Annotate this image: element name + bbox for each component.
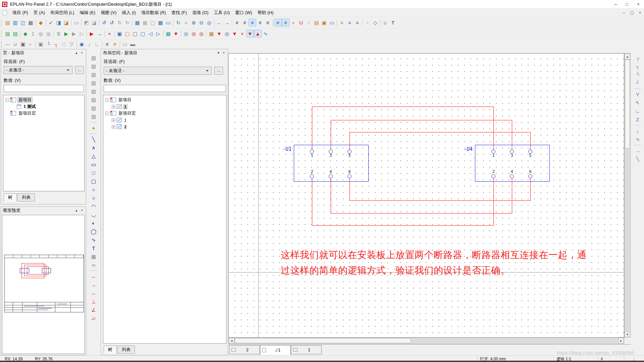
- vertical-scroll-thumb[interactable]: [625, 60, 630, 148]
- check-project-icon[interactable]: ▶: [62, 30, 70, 38]
- close-icon[interactable]: ×: [79, 50, 85, 56]
- layout-panel-header[interactable]: 布局空间 - 新项目 ▾ ×: [101, 49, 228, 57]
- expand-box-icon[interactable]: +: [112, 105, 115, 109]
- menu-item[interactable]: 工具 (U): [211, 9, 232, 16]
- tree-row[interactable]: −新项目: [103, 97, 226, 103]
- snap-points-icon[interactable]: ◇: [371, 19, 379, 26]
- horizontal-scrollbar[interactable]: ◄ ►: [228, 338, 624, 344]
- jump-up-10-icon[interactable]: ↑: [305, 19, 313, 26]
- insert-window-macro-icon[interactable]: ▦: [133, 19, 141, 26]
- terminal-filter-2-icon[interactable]: ▼: [231, 30, 238, 38]
- clipboard-grid-icon[interactable]: ▤: [313, 19, 320, 26]
- collapse-box-icon[interactable]: −: [105, 112, 109, 115]
- drawing-viewport[interactable]: 这样我们就可以在安装板上放置两个断路器，断路器相互连接在一起，通 过这样的简单的…: [228, 53, 624, 338]
- frame-y-icon[interactable]: ▽: [68, 40, 75, 48]
- layer-board-8-icon[interactable]: ▨: [90, 113, 98, 120]
- collapse-box-icon[interactable]: −: [5, 98, 9, 102]
- interruption-points-icon[interactable]: S: [55, 30, 62, 38]
- open-project-icon[interactable]: ▥: [11, 19, 19, 26]
- nav-back-icon[interactable]: ←: [215, 19, 223, 26]
- magnet-snap-icon[interactable]: U: [297, 19, 305, 26]
- point-marker-icon[interactable]: ▫: [364, 19, 371, 26]
- placement-pin-icon[interactable]: ◉: [78, 40, 86, 48]
- frame-tool-icon[interactable]: ▣: [320, 19, 328, 26]
- snap-to-grid-icon[interactable]: #: [282, 19, 289, 26]
- block-dark-icon[interactable]: ▣: [19, 40, 27, 48]
- tab-tree[interactable]: 树: [104, 346, 117, 354]
- print-icon[interactable]: ▦: [27, 19, 35, 26]
- tree-label[interactable]: 1: [123, 104, 128, 110]
- collapse-box-icon[interactable]: −: [105, 98, 109, 102]
- clamp-u-icon[interactable]: ∪: [11, 40, 19, 48]
- search-pages-icon[interactable]: ◎: [45, 30, 52, 38]
- menu-item[interactable]: 查找 (F): [169, 9, 190, 16]
- rectangle-2-tool-icon[interactable]: □: [90, 169, 98, 177]
- grid-plus-icon[interactable]: +: [289, 19, 297, 26]
- minimize-button[interactable]: ─: [610, 0, 621, 8]
- grid-custom-icon[interactable]: #: [264, 19, 272, 26]
- search-devices-icon[interactable]: ◎: [37, 30, 45, 38]
- page-export-icon[interactable]: ▷: [154, 30, 162, 38]
- check-settings-icon[interactable]: ▶: [70, 30, 78, 38]
- spell-check-icon[interactable]: ✓: [47, 19, 55, 26]
- check-forward-icon[interactable]: ▷: [78, 30, 86, 38]
- hook-corner-icon[interactable]: ∟: [93, 40, 101, 48]
- toolbar-drag-handle[interactable]: [1, 19, 2, 26]
- route-corner-blue-icon[interactable]: └: [45, 40, 52, 48]
- grid-extra-icon[interactable]: #: [256, 19, 264, 26]
- dim-perpendicular-icon[interactable]: ⊥: [90, 298, 98, 305]
- monitor-sync-icon[interactable]: ▭: [121, 40, 129, 48]
- dim-angle-icon[interactable]: ∠: [90, 306, 98, 314]
- route-wave-icon[interactable]: ∿: [634, 135, 642, 143]
- mdi-minimize-button[interactable]: ─: [620, 9, 628, 16]
- text-frame-icon[interactable]: ▭: [328, 19, 336, 26]
- grid-large-icon[interactable]: #: [249, 19, 256, 26]
- layer-board-2-icon[interactable]: ▨: [90, 62, 98, 70]
- terminal-grid-icon[interactable]: ▦: [208, 30, 215, 38]
- align-left-icon[interactable]: ≡: [338, 19, 346, 26]
- pin-circle[interactable]: [528, 174, 532, 178]
- menu-item[interactable]: 页 (A): [31, 9, 48, 16]
- route-corner-red-icon[interactable]: ┐: [52, 40, 60, 48]
- pin-circle[interactable]: [329, 174, 333, 178]
- nav-forward-icon[interactable]: →: [223, 19, 231, 26]
- tree-row[interactable]: 新项目宏: [3, 110, 84, 117]
- horizontal-scroll-thumb[interactable]: [235, 338, 411, 343]
- balloon-target-2-icon[interactable]: ◎: [198, 30, 205, 38]
- route-angle-up-icon[interactable]: ↖: [634, 99, 642, 107]
- redo-history-icon[interactable]: ↻: [123, 19, 131, 26]
- tab-list[interactable]: 列表: [17, 193, 35, 201]
- tab-list[interactable]: 列表: [117, 346, 135, 354]
- dim-continued-icon[interactable]: →: [90, 281, 98, 289]
- route-up-marker-icon[interactable]: ▲: [254, 30, 262, 38]
- filter-browse-button[interactable]: ...: [214, 67, 223, 75]
- ellipse-tool-icon[interactable]: ◯: [90, 228, 98, 235]
- layer-board-3-icon[interactable]: ▧: [90, 71, 98, 78]
- tree-label[interactable]: 1: [123, 117, 128, 123]
- menu-item[interactable]: 帮助 (H): [255, 9, 276, 16]
- undo-history-icon[interactable]: ↺: [108, 19, 116, 26]
- table-add-icon[interactable]: ▦: [164, 30, 172, 38]
- minimize-strip-icon[interactable]: ▬: [129, 40, 137, 48]
- page-placeholder-icon[interactable]: ▢: [139, 30, 147, 38]
- zoom-search-icon[interactable]: ◎: [205, 19, 213, 26]
- route-line-icon[interactable]: ╲: [634, 155, 642, 163]
- preview-panel-header[interactable]: 图形预览 ▴ ×: [1, 207, 86, 214]
- layer-board-5-icon[interactable]: ▧: [90, 87, 98, 95]
- route-branch-icon[interactable]: Y: [634, 90, 642, 98]
- menu-item[interactable]: 窗口 (W): [232, 9, 255, 16]
- tree-row[interactable]: −新项目: [3, 97, 84, 103]
- sector-tool-icon[interactable]: ◐: [90, 219, 98, 227]
- route-down-icon[interactable]: ↓: [634, 127, 642, 135]
- expand-box-icon[interactable]: +: [112, 125, 115, 129]
- copy-pages-icon[interactable]: ▣: [116, 30, 123, 38]
- navigator-import-icon[interactable]: ▤: [4, 30, 11, 38]
- format-brush-apply-icon[interactable]: ◪: [90, 19, 98, 26]
- sphere-3d-icon[interactable]: ●: [90, 124, 98, 132]
- settings-wrench-icon[interactable]: ◆: [37, 19, 45, 26]
- connection-wave-icon[interactable]: ∿: [262, 30, 269, 38]
- rounded-rect-tool-icon[interactable]: ▢: [90, 177, 98, 185]
- text-tool-icon[interactable]: T: [389, 19, 397, 26]
- pin-icon[interactable]: ▾: [216, 50, 221, 56]
- route-right-icon[interactable]: →: [634, 147, 642, 155]
